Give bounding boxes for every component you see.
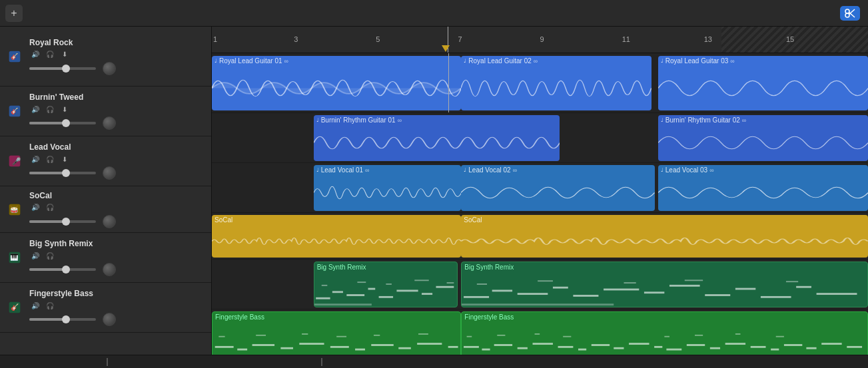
mute-button-burnin[interactable]: 🔊 <box>29 104 41 114</box>
clip-lead-vocal-03[interactable]: ♩ Lead Vocal 03 ∞ <box>658 165 868 211</box>
pan-knob-fingerstyle[interactable] <box>103 313 116 326</box>
smart-controls-button[interactable] <box>840 6 860 21</box>
slider-track[interactable] <box>29 67 96 70</box>
clip-royal-lead-guitar-01[interactable]: ♩ Royal Lead Guitar 01 ∞ <box>212 56 461 110</box>
pan-knob-burnin[interactable] <box>103 116 116 130</box>
mute-button-big-synth[interactable]: 🔊 <box>29 251 41 260</box>
track-lane-burnin-tweed[interactable]: ♩ Burnin' Rhythm Guitar 01 ∞ <box>212 113 868 163</box>
clip-big-synth-remix-02[interactable]: Big Synth Remix <box>461 262 868 307</box>
svg-rect-79 <box>710 347 720 349</box>
svg-rect-53 <box>299 343 324 345</box>
volume-slider-lead-vocal[interactable] <box>29 166 206 180</box>
track-lane-socal[interactable]: SoCal SoCal <box>212 213 868 260</box>
slider-track[interactable] <box>29 220 96 223</box>
scissors-icon <box>845 9 855 18</box>
mute-button-lead-vocal[interactable]: 🔊 <box>29 154 41 164</box>
track-icon-socal: 🥁 <box>5 200 24 219</box>
volume-slider-big-synth[interactable] <box>29 263 206 276</box>
track-lane-big-synth-remix[interactable]: Big Synth Remix <box>212 260 868 309</box>
svg-rect-26 <box>386 283 392 285</box>
volume-slider-socal[interactable] <box>29 215 206 228</box>
volume-slider-burnin[interactable] <box>29 116 206 130</box>
track-name-lead-vocal: Lead Vocal <box>29 142 206 152</box>
slider-thumb[interactable] <box>62 65 70 73</box>
svg-rect-56 <box>371 344 394 346</box>
loop-icon: ∞ <box>709 167 713 174</box>
svg-rect-76 <box>654 346 662 348</box>
clip-lead-vocal-02[interactable]: ♩ Lead Vocal 02 ∞ <box>461 165 655 211</box>
track-controls-big-synth: 🔊 🎧 <box>29 251 206 260</box>
track-icon-fingerstyle-bass: 🎸 <box>5 298 24 317</box>
download-button-royal-rock[interactable]: ⬇ <box>59 50 71 59</box>
slider-track[interactable] <box>29 268 96 271</box>
slider-thumb[interactable] <box>62 218 70 226</box>
svg-rect-62 <box>302 333 308 335</box>
track-lane-royal-rock[interactable]: ♩ Royal Lead Guitar 01 ∞ <box>212 53 868 113</box>
clip-socal-02[interactable]: SoCal <box>461 215 868 258</box>
volume-slider-royal-rock[interactable] <box>29 62 206 75</box>
ruler-mark-7: 7 <box>458 35 462 43</box>
svg-rect-74 <box>614 347 624 349</box>
mute-button-royal-rock[interactable]: 🔊 <box>29 50 41 59</box>
clip-waveform <box>212 66 461 110</box>
clip-waveform <box>314 125 560 161</box>
svg-line-3 <box>849 9 855 15</box>
add-track-button[interactable]: + <box>5 5 23 22</box>
ruler-mark-9: 9 <box>540 35 544 43</box>
slider-thumb[interactable] <box>62 266 70 274</box>
svg-rect-16 <box>316 297 330 299</box>
svg-rect-60 <box>218 336 224 337</box>
track-lane-lead-vocal[interactable]: ♩ Lead Vocal 01 ∞ ♩ <box>212 163 868 213</box>
slider-thumb[interactable] <box>62 315 70 323</box>
clip-waveform <box>658 66 868 110</box>
clip-fingerstyle-bass-01[interactable]: Fingerstyle Bass <box>212 311 461 355</box>
slider-thumb[interactable] <box>62 169 70 177</box>
download-button-lead-vocal[interactable]: ⬇ <box>59 154 71 164</box>
solo-button-socal[interactable]: 🎧 <box>44 203 56 212</box>
clip-lead-vocal-01[interactable]: ♩ Lead Vocal 01 ∞ <box>314 165 462 211</box>
svg-rect-64 <box>374 335 380 336</box>
solo-button-big-synth[interactable]: 🎧 <box>44 251 56 260</box>
clip-name: Fingerstyle Bass <box>464 313 514 321</box>
svg-rect-50 <box>237 349 247 351</box>
solo-button-fingerstyle[interactable]: 🎧 <box>44 301 56 310</box>
clip-royal-lead-guitar-02[interactable]: ♩ Royal Lead Guitar 02 ∞ <box>461 56 651 110</box>
download-button-burnin[interactable]: ⬇ <box>59 104 71 114</box>
svg-rect-57 <box>398 347 411 349</box>
playhead-marker <box>442 45 450 52</box>
slider-track[interactable] <box>29 318 96 321</box>
clip-socal-01[interactable]: SoCal <box>212 215 461 258</box>
volume-slider-fingerstyle[interactable] <box>29 313 206 326</box>
track-lane-fingerstyle-bass[interactable]: Fingerstyle Bass <box>212 309 868 355</box>
clip-burnin-rhythm-guitar-02[interactable]: ♩ Burnin' Rhythm Guitar 02 ∞ <box>658 115 868 161</box>
slider-thumb[interactable] <box>62 119 70 127</box>
svg-rect-24 <box>321 285 327 286</box>
slider-track[interactable] <box>29 172 96 174</box>
pan-knob-royal-rock[interactable] <box>103 62 116 75</box>
clip-big-synth-remix-01[interactable]: Big Synth Remix <box>314 262 458 307</box>
solo-button-lead-vocal[interactable]: 🎧 <box>44 154 56 164</box>
track-icon-royal-rock: 🎸 <box>5 47 24 66</box>
clip-royal-lead-guitar-03[interactable]: ♩ Royal Lead Guitar 03 ∞ <box>658 56 868 110</box>
clip-name: Lead Vocal 01 <box>321 166 363 174</box>
mute-button-fingerstyle[interactable]: 🔊 <box>29 301 41 310</box>
track-name-socal: SoCal <box>29 191 206 200</box>
solo-button-royal-rock[interactable]: 🎧 <box>44 50 56 59</box>
pan-knob-socal[interactable] <box>103 215 116 228</box>
slider-track[interactable] <box>29 122 96 124</box>
ruler[interactable]: 1 3 5 7 9 11 13 15 <box>212 27 868 53</box>
clip-midi-pattern <box>462 322 867 355</box>
mute-button-socal[interactable]: 🔊 <box>29 203 41 212</box>
track-info-lead-vocal: Lead Vocal 🔊 🎧 ⬇ <box>29 142 206 180</box>
clip-midi-pattern <box>462 272 867 307</box>
clip-burnin-rhythm-guitar-01[interactable]: ♩ Burnin' Rhythm Guitar 01 ∞ <box>314 115 560 161</box>
track-info-big-synth-remix: Big Synth Remix 🔊 🎧 <box>29 239 206 276</box>
pan-knob-lead-vocal[interactable] <box>103 166 116 180</box>
clip-fingerstyle-bass-02[interactable]: Fingerstyle Bass <box>461 311 868 355</box>
pan-knob-big-synth[interactable] <box>103 263 116 276</box>
clip-label: ♩ Burnin' Rhythm Guitar 01 ∞ <box>314 115 560 125</box>
tracks-scroll[interactable]: ♩ Royal Lead Guitar 01 ∞ <box>212 53 868 355</box>
svg-rect-54 <box>330 346 349 348</box>
clip-label: ♩ Lead Vocal 03 ∞ <box>658 165 868 175</box>
solo-button-burnin[interactable]: 🎧 <box>44 104 56 114</box>
